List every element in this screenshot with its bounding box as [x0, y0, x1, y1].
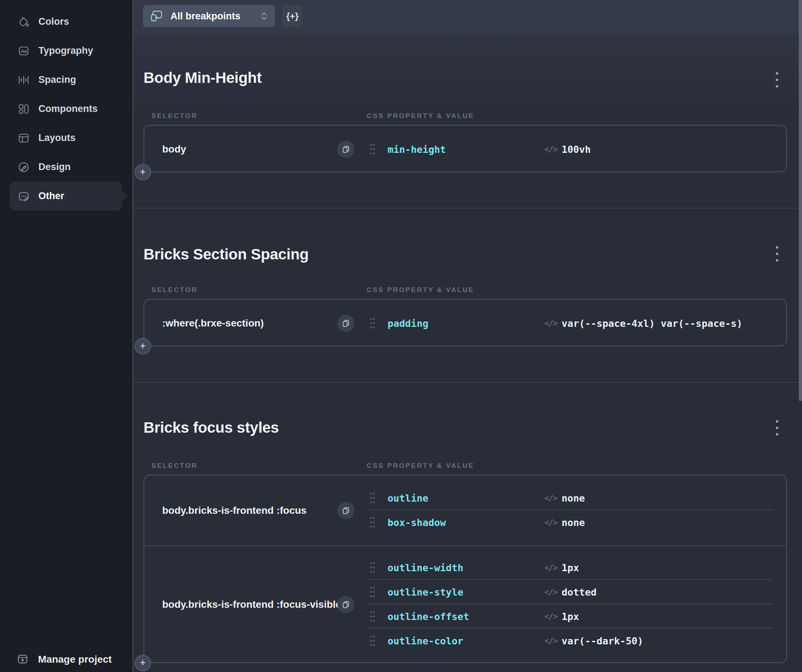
selector-column-header: SELECTOR — [152, 462, 198, 470]
sidebar-item-other[interactable]: Other — [10, 181, 122, 211]
property-row: min-height </> 100vh — [367, 137, 773, 162]
css-property-value[interactable]: none — [561, 517, 585, 528]
css-property-name[interactable]: outline — [388, 493, 544, 504]
manage-project-button[interactable]: Manage project — [16, 653, 112, 666]
topbar: All breakpoints {+} — [134, 0, 799, 33]
selector-column-header: SELECTOR — [152, 286, 198, 294]
section-menu-icon[interactable] — [769, 244, 785, 263]
sidebar-item-label: Layouts — [39, 132, 76, 144]
copy-selector-button[interactable] — [337, 315, 354, 332]
code-icon[interactable]: </> — [544, 636, 559, 645]
code-icon[interactable]: </> — [544, 587, 559, 597]
drag-handle-icon[interactable] — [370, 609, 375, 624]
css-property-value[interactable]: var(--space-4xl) var(--space-s) — [561, 318, 742, 329]
selector-text[interactable]: body.bricks-is-frontend :focus — [162, 505, 306, 516]
css-property-value[interactable]: 1px — [561, 611, 579, 622]
sidebar-item-label: Design — [39, 162, 71, 173]
css-property-value[interactable]: none — [561, 493, 585, 504]
property-row: padding </> var(--space-4xl) var(--space… — [367, 311, 773, 336]
sidebar-item-colors[interactable]: Colors — [10, 7, 122, 36]
css-property-name[interactable]: outline-width — [388, 562, 544, 573]
property-row: outline-color </> var(--dark-50) — [367, 628, 773, 653]
scrollbar-thumb[interactable] — [799, 0, 802, 401]
scrollbar[interactable] — [799, 0, 802, 672]
css-property-name[interactable]: padding — [388, 318, 544, 329]
code-icon[interactable]: </> — [544, 563, 559, 572]
sidebar-item-typography[interactable]: Aa Typography — [10, 36, 122, 65]
css-property-name[interactable]: min-height — [388, 144, 544, 155]
property-row: outline-offset </> 1px — [367, 604, 773, 628]
sidebar-item-design[interactable]: Design — [10, 152, 122, 181]
sidebar-item-spacing[interactable]: Spacing — [10, 65, 122, 94]
breakpoint-selector-value: All breakpoints — [170, 11, 241, 22]
devices-icon — [150, 10, 163, 23]
code-icon[interactable]: </> — [544, 612, 559, 621]
css-property-name[interactable]: outline-color — [388, 635, 544, 646]
sidebar-item-layouts[interactable]: Layouts — [10, 123, 122, 152]
sidebar: Colors Aa Typography Spacing — [0, 0, 134, 672]
selector-group: :where(.brxe-section) — [144, 300, 786, 347]
design-pen-icon — [17, 161, 30, 174]
other-custom-css-icon — [17, 190, 30, 203]
property-column-header: CSS PROPERTY & VALUE — [367, 462, 474, 470]
components-icon — [17, 103, 30, 116]
copy-selector-button[interactable] — [337, 141, 354, 158]
content-area: Body Min-Height SELECTOR CSS PROPERTY & … — [134, 33, 799, 672]
drag-handle-icon[interactable] — [370, 585, 375, 599]
drag-handle-icon[interactable] — [370, 142, 375, 157]
column-headers: SELECTOR CSS PROPERTY & VALUE — [144, 112, 787, 121]
add-rule-button[interactable]: + — [134, 338, 151, 354]
column-headers: SELECTOR CSS PROPERTY & VALUE — [144, 286, 787, 294]
drag-handle-icon[interactable] — [370, 633, 375, 648]
manage-project-label: Manage project — [38, 654, 112, 665]
paint-bucket-icon — [17, 15, 30, 28]
property-row: outline-width </> 1px — [367, 556, 773, 580]
sidebar-nav: Colors Aa Typography Spacing — [0, 7, 133, 211]
copy-selector-button[interactable] — [337, 596, 354, 613]
css-property-value[interactable]: var(--dark-50) — [561, 635, 644, 646]
sidebar-item-components[interactable]: Components — [10, 94, 122, 123]
css-property-name[interactable]: box-shadow — [388, 517, 544, 528]
selector-text[interactable]: :where(.brxe-section) — [162, 318, 264, 329]
rule-card: :where(.brxe-section) — [144, 299, 787, 346]
chevron-up-down-icon — [260, 11, 268, 21]
section-divider — [134, 208, 799, 208]
drag-handle-icon[interactable] — [370, 515, 375, 530]
selector-text[interactable]: body — [162, 144, 186, 155]
css-property-value[interactable]: 100vh — [561, 144, 591, 155]
manage-project-icon — [16, 653, 29, 666]
css-property-value[interactable]: dotted — [561, 586, 597, 598]
css-property-name[interactable]: outline-style — [388, 586, 544, 598]
add-rule-button[interactable]: + — [134, 164, 151, 181]
section-menu-icon[interactable] — [769, 70, 785, 89]
selector-group: body.bricks-is-frontend :focus-visible — [144, 545, 786, 664]
code-icon[interactable]: </> — [544, 145, 559, 154]
property-row: outline-style </> dotted — [367, 580, 773, 604]
section-divider — [134, 382, 799, 383]
main-area: All breakpoints {+} Body Min-Height SELE… — [134, 0, 799, 672]
drag-handle-icon[interactable] — [370, 561, 375, 575]
code-icon[interactable]: </> — [544, 493, 559, 502]
selector-group: body min-height — [144, 126, 786, 173]
selector-text[interactable]: body.bricks-is-frontend :focus-visible — [162, 599, 341, 610]
section-title: Body Min-Height — [144, 69, 262, 86]
sidebar-item-label: Spacing — [39, 74, 76, 86]
code-icon[interactable]: </> — [544, 318, 559, 328]
section-menu-icon[interactable] — [769, 418, 785, 437]
sidebar-item-label: Other — [39, 191, 64, 202]
css-property-value[interactable]: 1px — [561, 562, 579, 573]
drag-handle-icon[interactable] — [370, 316, 375, 330]
svg-text:Aa: Aa — [21, 48, 27, 54]
breakpoint-selector[interactable]: All breakpoints — [143, 5, 275, 27]
add-rule-button[interactable]: + — [134, 655, 151, 671]
add-breakpoint-button[interactable]: {+} — [282, 5, 303, 27]
property-row: box-shadow </> none — [367, 510, 773, 535]
code-icon[interactable]: </> — [544, 518, 559, 527]
css-property-name[interactable]: outline-offset — [388, 611, 544, 622]
column-headers: SELECTOR CSS PROPERTY & VALUE — [144, 462, 787, 470]
section-title: Bricks Section Spacing — [144, 246, 309, 263]
spacing-icon — [17, 74, 30, 86]
copy-selector-button[interactable] — [337, 502, 354, 519]
drag-handle-icon[interactable] — [370, 491, 375, 505]
property-row: outline </> none — [367, 486, 773, 510]
